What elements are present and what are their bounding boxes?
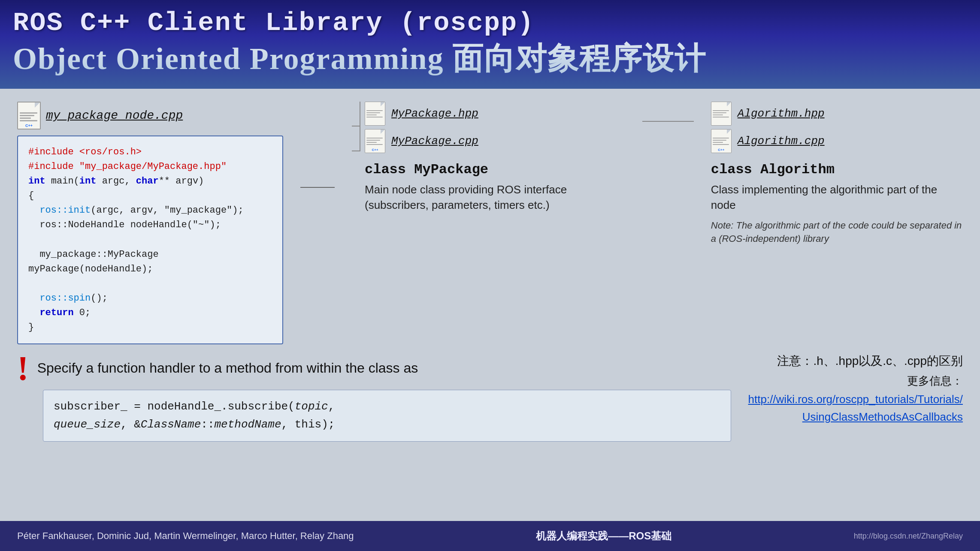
code-area: C++ my_package_node.cpp #include <ros/ro… <box>17 102 283 344</box>
code-line-8: my_package::MyPackage myPackage(nodeHand… <box>28 247 272 277</box>
algorithm-hpp-name: Algorithm.hpp <box>738 107 825 120</box>
code-line-4: { <box>28 189 272 203</box>
warning-line: ! Specify a function handler to a method… <box>17 353 731 384</box>
code-line-3: int main(int argc, char** argv) <box>28 174 272 189</box>
warning-text: Specify a function handler to a method f… <box>37 359 418 377</box>
code-line-10: ros::spin(); <box>28 291 272 306</box>
diagram-left-container: MyPackage.hpp C++ <box>352 102 625 213</box>
algorithm-class-name: class Algorithm <box>711 162 963 178</box>
code-line-11: return 0; <box>28 306 272 320</box>
algorithm-cpp-label: C++ <box>718 148 724 152</box>
cpp-file-icon: C++ <box>17 102 41 129</box>
link-text-2[interactable]: UsingClassMethodsAsCallbacks <box>748 410 963 424</box>
mypackage-hpp-icon <box>365 102 385 126</box>
link-text-1[interactable]: http://wiki.ros.org/roscpp_tutorials/Tut… <box>748 393 963 406</box>
connector-svg-between <box>642 117 694 126</box>
top-section: C++ my_package_node.cpp #include <ros/ro… <box>17 102 963 344</box>
mypackage-cpp-label: C++ <box>372 148 378 152</box>
code-line-9 <box>28 277 272 291</box>
bottom-section: ! Specify a function handler to a method… <box>17 353 963 442</box>
code-line-6: ros::NodeHandle nodeHandle("~"); <box>28 218 272 232</box>
algorithm-cpp-row: C++ Algorithm.cpp <box>711 129 963 153</box>
file-label: C++ my_package_node.cpp <box>17 102 283 129</box>
snippet-line-1: subscriber_ = nodeHandle_.subscribe(topi… <box>54 398 720 416</box>
warning-section: ! Specify a function handler to a method… <box>17 353 731 442</box>
algorithm-class-desc: Class implementing the algorithmic part … <box>711 182 963 213</box>
bracket-container <box>352 102 360 213</box>
right-info: 注意：.h、.hpp以及.c、.cpp的区别 更多信息： http://wiki… <box>748 353 963 424</box>
exclamation-mark: ! <box>17 353 29 384</box>
diagram-right: Algorithm.hpp C++ Algorithm.cpp <box>711 102 963 245</box>
mypackage-hpp-name: MyPackage.hpp <box>391 107 478 120</box>
bracket-top <box>360 102 360 126</box>
diagram-left-inner: MyPackage.hpp C++ <box>352 102 625 213</box>
mypackage-cpp-name: MyPackage.cpp <box>391 135 478 148</box>
code-line-1: #include <ros/ros.h> <box>28 145 272 160</box>
file-name: my_package_node.cpp <box>46 109 183 122</box>
connector-between <box>642 102 694 126</box>
footer: Péter Fankhauser, Dominic Jud, Martin We… <box>0 521 980 551</box>
note-chinese: 注意：.h、.hpp以及.c、.cpp的区别 <box>748 353 963 369</box>
code-line-12: } <box>28 320 272 335</box>
algorithm-hpp-icon <box>711 102 732 126</box>
code-line-5: ros::init(argc, argv, "my_package"); <box>28 203 272 218</box>
mypackage-class-name: class MyPackage <box>365 162 625 178</box>
footer-title: 机器人编程实践——ROS基础 <box>536 529 671 543</box>
algorithm-hpp-row: Algorithm.hpp <box>711 102 963 126</box>
more-info-label: 更多信息： <box>748 373 963 388</box>
diagram-file-row-2: C++ MyPackage.cpp <box>365 129 625 153</box>
title-line2: Object Oriented Programming 面向对象程序设计 <box>13 38 967 79</box>
code-line-7 <box>28 233 272 247</box>
code-snippet: subscriber_ = nodeHandle_.subscribe(topi… <box>43 390 731 442</box>
diagram-left-files: MyPackage.hpp C++ <box>365 102 625 153</box>
title-line1: ROS C++ Client Library (roscpp) <box>13 8 967 38</box>
main-content: C++ my_package_node.cpp #include <ros/ro… <box>0 89 980 442</box>
algorithm-class-note: Note: The algorithmic part of the code c… <box>711 219 963 246</box>
connector-svg-left <box>300 183 335 192</box>
file-icon-cpp-label: C++ <box>25 123 33 128</box>
code-line-2: #include "my_package/MyPackage.hpp" <box>28 160 272 174</box>
algorithm-cpp-name: Algorithm.cpp <box>738 135 825 148</box>
connector-left <box>300 102 335 192</box>
diagram-right-files: Algorithm.hpp C++ Algorithm.cpp <box>711 102 963 153</box>
code-box: #include <ros/ros.h> #include "my_packag… <box>17 135 283 344</box>
footer-authors: Péter Fankhauser, Dominic Jud, Martin We… <box>17 530 354 542</box>
algorithm-cpp-icon: C++ <box>711 129 732 153</box>
bracket-mid-bot <box>352 151 360 151</box>
diagram-file-row-1: MyPackage.hpp <box>365 102 625 126</box>
footer-url: http://blog.csdn.net/ZhangRelay <box>854 532 963 541</box>
diagram-left: MyPackage.hpp C++ <box>365 102 625 213</box>
mypackage-class-desc: Main node class providing ROS interface … <box>365 182 625 213</box>
mypackage-cpp-icon: C++ <box>365 129 385 153</box>
bracket-mid-top <box>352 126 360 126</box>
bracket-bottom <box>360 126 360 151</box>
header: ROS C++ Client Library (roscpp) Object O… <box>0 0 980 89</box>
snippet-line-2: queue_size, &ClassName::methodName, this… <box>54 416 720 434</box>
